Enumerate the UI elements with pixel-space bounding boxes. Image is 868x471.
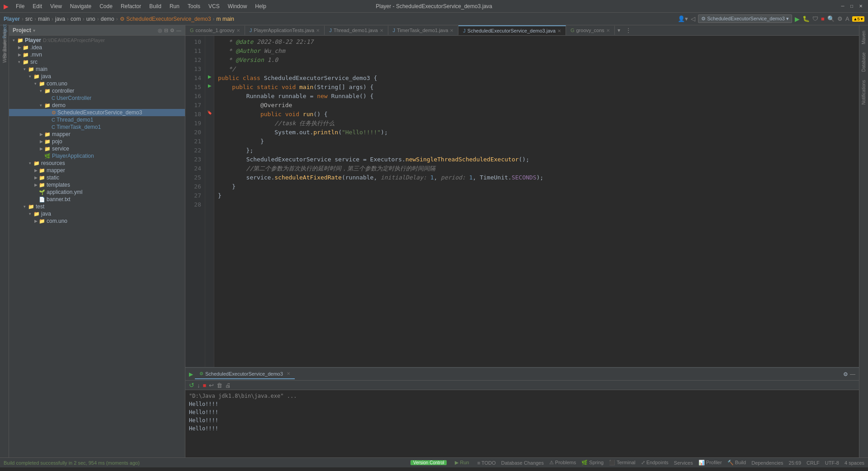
menu-vcs[interactable]: VCS [205, 2, 223, 10]
tree-static[interactable]: ▶ 📁 static [9, 174, 185, 181]
print-icon[interactable]: 🖨 [225, 382, 231, 389]
statusbar-dependencies[interactable]: Dependencies [751, 460, 783, 466]
statusbar-endpoints[interactable]: ⤢ Endpoints [641, 460, 669, 466]
tab-scheduled-executor[interactable]: J ScheduledExecutorService_demo3.java ✕ [458, 25, 566, 35]
tree-res-mapper[interactable]: ▶ 📁 mapper [9, 167, 185, 174]
menu-code[interactable]: Code [96, 2, 116, 10]
tabs-overflow-icon[interactable]: ▾ [615, 25, 623, 35]
nav-main[interactable]: main [38, 16, 50, 22]
tree-resources[interactable]: ▾ 📁 resources [9, 160, 185, 167]
statusbar-indent[interactable]: 4 spaces [844, 460, 864, 466]
statusbar-charset[interactable]: UTF-8 [825, 460, 839, 466]
stop-button[interactable]: ■ [821, 15, 825, 22]
locate-file-icon[interactable]: ◎ [158, 28, 162, 33]
collapse-all-icon[interactable]: ⊟ [164, 28, 168, 33]
tab-groovy-cons[interactable]: G groovy_cons ✕ [566, 26, 615, 35]
run-icon-line14[interactable]: ▶ [205, 72, 214, 81]
database-panel-toggle[interactable]: Database [861, 49, 866, 75]
nav-java[interactable]: java [55, 16, 65, 22]
tree-root-player[interactable]: ▾ 📁 Player D:\IDEA\IDEAProject\Player [9, 37, 185, 44]
tab-console-groovy[interactable]: G console_1.groovy ✕ [185, 26, 245, 35]
tree-mvn[interactable]: ▶ 📁 .mvn [9, 51, 185, 58]
hide-panel-icon[interactable]: — [176, 28, 181, 33]
menu-tools[interactable]: Tools [184, 2, 204, 10]
run-tab-scheduled[interactable]: ⚙ ScheduledExecutorService_demo3 ✕ [195, 369, 295, 379]
tree-test-com-uno[interactable]: ▶ 📁 com.uno [9, 217, 185, 225]
scroll-to-end-icon[interactable]: ↓ [197, 382, 200, 389]
run-panel-collapse-icon[interactable]: — [850, 371, 855, 377]
run-config-selector[interactable]: ⚙ ScheduledExecutorService_demo3 ▾ [698, 14, 792, 23]
tab-close-icon[interactable]: ✕ [316, 28, 320, 33]
tree-banner-txt[interactable]: ▶ 📄 banner.txt [9, 196, 185, 203]
statusbar-encoding[interactable]: CRLF [807, 460, 820, 466]
debug-button[interactable]: 🐛 [802, 15, 810, 22]
tree-player-app[interactable]: ▶ 🌿 PlayerApplication [9, 152, 185, 160]
tree-controller[interactable]: ▾ 📁 controller [9, 87, 185, 94]
statusbar-position[interactable]: 25:69 [789, 460, 802, 466]
tree-test[interactable]: ▾ 📁 test [9, 203, 185, 210]
maximize-button[interactable]: □ [848, 3, 855, 10]
nav-demo[interactable]: demo [101, 16, 114, 22]
statusbar-profiler[interactable]: 📊 Profiler [698, 460, 722, 466]
settings-button[interactable]: ⚙ [837, 15, 843, 22]
run-button[interactable]: ▶ [795, 15, 800, 23]
nav-method[interactable]: m main [217, 16, 234, 22]
tab-close-icon[interactable]: ✕ [557, 28, 561, 33]
run-icon-line15[interactable]: ▶ [205, 81, 214, 90]
tree-idea[interactable]: ▶ 📁 .idea [9, 44, 185, 51]
nav-src[interactable]: src [25, 16, 33, 22]
structure-panel-toggle[interactable]: Structure [0, 45, 9, 53]
run-panel-settings-icon[interactable]: ⚙ [843, 371, 848, 377]
menu-view[interactable]: View [47, 2, 66, 10]
web-panel-toggle[interactable]: Web [0, 54, 9, 62]
tree-pojo[interactable]: ▶ 📁 pojo [9, 138, 185, 145]
tab-player-app-tests[interactable]: J PlayerApplicationTests.java ✕ [245, 26, 325, 35]
menu-edit[interactable]: Edit [29, 2, 46, 10]
nav-icon-back[interactable]: ◁ [691, 15, 695, 22]
stop-run-button[interactable]: ■ [203, 382, 207, 389]
nav-uno[interactable]: uno [86, 16, 95, 22]
tree-service[interactable]: ▶ 📁 service [9, 145, 185, 152]
tab-timertask-demo1[interactable]: J TimerTask_demo1.java ✕ [388, 26, 459, 35]
warnings-badge[interactable]: ▲5 ▾ [852, 16, 864, 22]
project-settings-icon[interactable]: ⚙ [170, 28, 175, 33]
statusbar-db-changes[interactable]: Database Changes [501, 460, 544, 466]
tree-timertask-demo1[interactable]: ▶ C TimerTask_demo1 [9, 123, 185, 131]
nav-com[interactable]: com [71, 16, 81, 22]
run-tab-close-icon[interactable]: ✕ [287, 371, 290, 376]
tree-templates[interactable]: ▶ 📁 templates [9, 181, 185, 188]
statusbar-run[interactable]: ▶ Run [452, 460, 472, 466]
clear-output-icon[interactable]: 🗑 [217, 382, 222, 389]
tree-java[interactable]: ▾ 📁 java [9, 73, 185, 80]
tree-application-yml[interactable]: ▶ 🌱 application.yml [9, 188, 185, 196]
statusbar-version-control[interactable]: Version Control [410, 460, 447, 465]
nav-class[interactable]: ⚙ ScheduledExecutorService_demo3 [120, 16, 211, 22]
statusbar-terminal[interactable]: ⬛ Terminal [609, 460, 635, 466]
bookmark-icon-line18[interactable]: 🔖 [205, 108, 214, 117]
statusbar-spring[interactable]: 🌿 Spring [581, 460, 604, 466]
nav-icon-profile[interactable]: 👤▾ [678, 15, 688, 22]
menu-run[interactable]: Run [166, 2, 183, 10]
statusbar-services[interactable]: Services [674, 460, 693, 466]
tab-close-icon[interactable]: ✕ [606, 28, 610, 33]
menu-help[interactable]: Help [251, 2, 270, 10]
tab-thread-demo1[interactable]: J Thread_demo1.java ✕ [325, 26, 388, 35]
statusbar-build[interactable]: 🔨 Build [727, 460, 746, 466]
tree-com-uno[interactable]: ▾ 📁 com.uno [9, 80, 185, 87]
statusbar-problems[interactable]: ⚠ Problems [549, 460, 576, 466]
tree-test-java[interactable]: ▾ 📁 java [9, 210, 185, 217]
tabs-menu-icon[interactable]: ⋮ [623, 25, 634, 35]
menu-file[interactable]: File [12, 2, 28, 10]
tree-scheduled-executor[interactable]: ▶ ⚙ ScheduledExecutorService_demo3 [9, 109, 185, 116]
tab-close-icon[interactable]: ✕ [236, 28, 240, 33]
run-with-coverage[interactable]: 🛡 [812, 15, 818, 22]
tree-main[interactable]: ▾ 📁 main [9, 66, 185, 73]
search-everywhere[interactable]: 🔍 [827, 15, 835, 22]
code-editor[interactable]: * @date 2022-08-22 22:17 * @Author Wu_ch… [214, 36, 859, 367]
tab-close-icon[interactable]: ✕ [450, 28, 453, 33]
menu-build[interactable]: Build [146, 2, 165, 10]
minimize-button[interactable]: ─ [839, 3, 846, 10]
tab-close-icon[interactable]: ✕ [380, 28, 383, 33]
menu-refactor[interactable]: Refactor [117, 2, 145, 10]
rerun-button[interactable]: ↺ [189, 382, 194, 389]
